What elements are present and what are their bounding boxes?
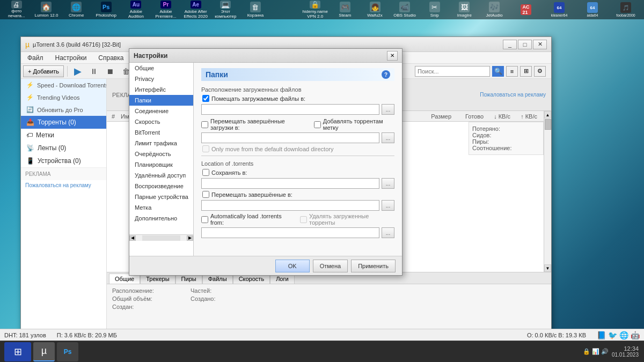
nav-connection[interactable]: Соединение	[129, 106, 193, 116]
checkbox-save-torrents-label: Сохранять в:	[211, 169, 247, 176]
browse-move-completed-button[interactable]: ...	[382, 132, 394, 143]
nav-folders[interactable]: Папки	[129, 95, 193, 106]
cancel-button[interactable]: Отмена	[313, 260, 348, 272]
settings-nav: Общие Privacy Интерфейс Папки Соединение…	[129, 63, 194, 256]
checkbox-move-completed-label: Перемещать завершённые загрузки в:	[210, 118, 309, 131]
settings-body: Общие Privacy Интерфейс Папки Соединение…	[129, 63, 402, 256]
nav-remote[interactable]: Удалённый доступ	[129, 170, 193, 181]
nav-playback[interactable]: Воспроизведение	[129, 181, 193, 191]
settings-footer: OK Отмена Применить	[129, 256, 402, 275]
checkbox-save-torrents-input[interactable]	[202, 169, 209, 176]
help-icon[interactable]: ?	[382, 70, 390, 79]
checkbox-move-completed2-input[interactable]	[202, 191, 209, 198]
checkbox-autoload-input[interactable]	[201, 216, 208, 223]
nav-hscroll: ◀ ▶	[129, 234, 193, 241]
checkbox-put-downloads-label: Помещать загружаемые файлы в:	[211, 95, 305, 102]
input-move-completed2[interactable]	[201, 200, 379, 211]
settings-titlebar: Настройки ✕	[129, 49, 402, 63]
checkbox-delete-loaded-input[interactable]	[300, 216, 307, 223]
folders-title-text: Папки	[206, 70, 228, 79]
input-put-downloads[interactable]	[201, 104, 379, 115]
nav-scroll-right[interactable]: ▶	[187, 235, 193, 241]
checkbox-move-completed2-label: Перемещать завершённые в:	[211, 191, 292, 198]
checkbox-save-torrents: Сохранять в:	[202, 169, 394, 176]
nav-advanced[interactable]: Дополнительно	[129, 213, 193, 224]
checkbox-put-downloads: Помещать загружаемые файлы в:	[202, 95, 394, 102]
input-autoload[interactable]	[201, 227, 379, 238]
input-move-completed2-row: ...	[201, 200, 394, 211]
nav-interface[interactable]: Интерфейс	[129, 84, 193, 95]
nav-scroll-track	[142, 235, 180, 241]
apply-button[interactable]: Применить	[351, 260, 396, 272]
browse-save-torrents-button[interactable]: ...	[382, 178, 394, 189]
nav-general[interactable]: Общие	[129, 63, 193, 73]
input-move-completed-row: ...	[201, 132, 394, 143]
checkbox-only-move-row: Only move from the default download dire…	[202, 145, 394, 152]
folders-title: Папки ?	[201, 68, 394, 81]
browse-put-downloads-button[interactable]: ...	[382, 104, 394, 115]
checkbox-autoload-label: Automatically load .torrents from:	[210, 213, 295, 226]
settings-content: Папки ? Расположение загруженных файлов …	[194, 63, 402, 256]
nav-label[interactable]: Метка	[129, 202, 193, 213]
input-put-downloads-row: ...	[201, 104, 394, 115]
nav-speed[interactable]: Скорость	[129, 116, 193, 127]
input-autoload-row: ...	[201, 227, 394, 238]
nav-bittorrent[interactable]: BitTorrent	[129, 127, 193, 138]
checkbox-move-completed: Перемещать завершённые загрузки в:	[201, 118, 309, 131]
checkbox-add-label: Добавлять торрентам метку	[314, 118, 394, 131]
browse-autoload-button[interactable]: ...	[382, 227, 394, 238]
move-completed-row: Перемещать завершённые загрузки в: Добав…	[201, 118, 394, 131]
section2-header: Location of .torrents	[201, 160, 394, 167]
checkbox-move-completed2: Перемещать завершённые в:	[202, 191, 394, 198]
checkbox-add-label-input[interactable]	[314, 121, 321, 128]
nav-paired-devices[interactable]: Парные устройства	[129, 191, 193, 202]
checkbox-only-move-input[interactable]	[202, 145, 209, 152]
checkbox-only-move-label: Only move from the default download dire…	[211, 146, 333, 152]
settings-overlay: Настройки ✕ Общие Privacy Интерфейс Папк…	[0, 0, 644, 362]
section-divider1	[201, 156, 394, 156]
desktop: 🖨 фотопечата... 🏠 Lumion 12.0 🌐 Chrome P…	[0, 0, 644, 362]
checkbox-delete-loaded: Удалять загруженные торренты	[300, 213, 394, 226]
settings-close-button[interactable]: ✕	[387, 51, 398, 61]
nav-traffic-limit[interactable]: Лимит трафика	[129, 138, 193, 149]
checkbox-delete-loaded-label: Удалять загруженные торренты	[309, 213, 394, 226]
autoload-row: Automatically load .torrents from: Удаля…	[201, 213, 394, 226]
checkbox-add-label-label: Добавлять торрентам метку	[323, 118, 394, 131]
nav-privacy[interactable]: Privacy	[129, 73, 193, 84]
nav-queue[interactable]: Очерёдность	[129, 149, 193, 159]
browse-move-completed2-button[interactable]: ...	[382, 200, 394, 211]
settings-title-text: Настройки	[134, 52, 167, 60]
checkbox-autoload: Automatically load .torrents from:	[201, 213, 295, 226]
input-move-completed[interactable]	[201, 132, 379, 143]
nav-scroll-left[interactable]: ◀	[129, 235, 136, 241]
input-save-torrents-row: ...	[201, 178, 394, 189]
checkbox-put-downloads-input[interactable]	[202, 95, 209, 102]
ok-button[interactable]: OK	[275, 260, 310, 272]
help-icon-label: ?	[384, 72, 387, 78]
nav-scheduler[interactable]: Планировщик	[129, 159, 193, 170]
section1-header: Расположение загруженных файлов	[201, 86, 394, 93]
checkbox-move-completed-input[interactable]	[201, 121, 208, 128]
input-save-torrents[interactable]	[201, 178, 379, 189]
settings-dialog: Настройки ✕ Общие Privacy Интерфейс Папк…	[129, 48, 402, 276]
